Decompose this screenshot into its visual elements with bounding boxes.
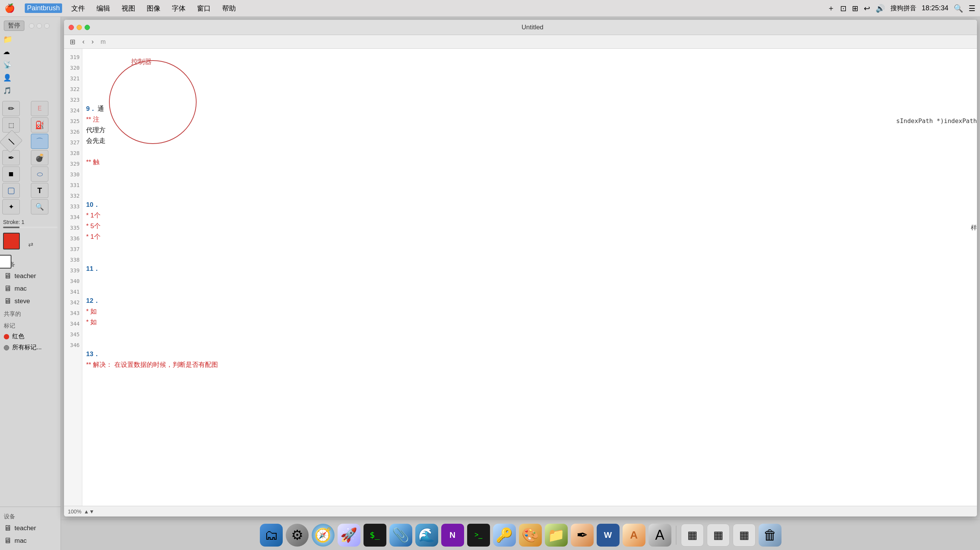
- cloud-icon[interactable]: ☁: [3, 48, 14, 58]
- sidebar: 暂停 📁 ☁ 📡 👤 🎵: [0, 17, 61, 550]
- dock-app11[interactable]: 🎨: [519, 524, 542, 547]
- bomb-tool[interactable]: 💣: [31, 150, 48, 165]
- toolbar-back-icon[interactable]: ‹: [80, 37, 86, 46]
- app15-icon: A: [630, 529, 637, 541]
- tag-red[interactable]: 红色: [0, 331, 61, 342]
- dock-app19[interactable]: ▦: [733, 524, 756, 547]
- window-area: Untitled ⊞ ‹ › m 319 320 321 322 323 324: [61, 17, 980, 550]
- sidebar-item-teacher[interactable]: 🖥 teacher: [0, 270, 61, 282]
- dock-app9[interactable]: >_: [467, 524, 490, 547]
- menubar-font[interactable]: 字体: [170, 3, 188, 14]
- window-close-btn[interactable]: [69, 25, 74, 30]
- window-minimize-btn[interactable]: [77, 25, 82, 30]
- menubar-edit[interactable]: 编辑: [94, 3, 112, 14]
- dock-sysprefs[interactable]: ⚙: [286, 524, 309, 547]
- dock-trash[interactable]: 🗑: [759, 524, 781, 547]
- pencil-tool[interactable]: ✏: [2, 101, 20, 116]
- text-tool[interactable]: T: [31, 183, 48, 198]
- dock-word[interactable]: W: [597, 524, 620, 547]
- bottom-monitor-icon-mac: 🖥: [4, 536, 11, 545]
- dock-terminal[interactable]: $_: [363, 524, 386, 547]
- rect-tool[interactable]: ■: [2, 166, 20, 182]
- traffic-lights: [29, 23, 50, 29]
- dock-launchpad[interactable]: 🚀: [338, 524, 360, 547]
- red-tag-label: 红色: [12, 333, 24, 341]
- dock-app10[interactable]: 🔑: [493, 524, 516, 547]
- window-title: Untitled: [93, 24, 972, 31]
- dock-app6[interactable]: 📎: [389, 524, 412, 547]
- line-337-num: 11．: [86, 264, 100, 274]
- dock-safari[interactable]: 🧭: [312, 524, 335, 547]
- sidebar-item-steve[interactable]: 🖥 steve: [0, 295, 61, 307]
- menubar-window[interactable]: 窗口: [195, 3, 213, 14]
- zoom-stepper[interactable]: ▲▼: [84, 508, 94, 515]
- dock-app17[interactable]: ▦: [681, 524, 704, 547]
- app17-icon: ▦: [687, 529, 697, 541]
- pause-button[interactable]: 暂停: [4, 21, 24, 31]
- menubar-file[interactable]: 文件: [69, 3, 87, 14]
- paintbrush-window: Untitled ⊞ ‹ › m 319 320 321 322 323 324: [64, 20, 977, 516]
- screen-icon[interactable]: ⊡: [840, 4, 847, 13]
- tl-close[interactable]: [29, 23, 34, 29]
- dock-app18[interactable]: ▦: [707, 524, 730, 547]
- toolbar-forward-icon[interactable]: ›: [90, 37, 96, 46]
- dock-app15[interactable]: A: [623, 524, 645, 547]
- menubar-help[interactable]: 帮助: [220, 3, 238, 14]
- personal-collect-icon[interactable]: 📁: [3, 35, 14, 45]
- line-numbers: 319 320 321 322 323 324 325 326 327 328 …: [64, 49, 82, 506]
- app6-icon: 📎: [392, 527, 409, 543]
- magnifier-tool[interactable]: 🔍: [31, 199, 48, 214]
- curve-tool[interactable]: ⌒: [31, 134, 48, 149]
- circle-label: 控制器: [131, 57, 152, 66]
- notification-icon[interactable]: ☰: [969, 4, 975, 13]
- background-color[interactable]: [0, 255, 11, 269]
- window-maximize-btn[interactable]: [85, 25, 90, 30]
- right-edge-code-text: sIndexPath *)indexPath: [896, 117, 977, 125]
- wifi-icon[interactable]: 📡: [3, 61, 14, 71]
- window-toolbar: ⊞ ‹ › m: [64, 35, 977, 49]
- eraser-tool[interactable]: E: [31, 101, 48, 116]
- music-icon[interactable]: 🎵: [3, 86, 14, 97]
- bottom-sidebar-item-mac[interactable]: 🖥 mac: [0, 534, 61, 547]
- dock-app13[interactable]: ✒: [571, 524, 594, 547]
- canvas-area[interactable]: 控制器 9． 通 ** 注: [82, 49, 977, 506]
- swap-colors-icon[interactable]: ⇄: [28, 241, 33, 248]
- zoom-bar: 100% ▲▼: [64, 506, 977, 516]
- bottom-monitor-icon-teacher: 🖥: [4, 524, 11, 532]
- search-icon[interactable]: 🔍: [954, 4, 963, 13]
- roundrect-tool[interactable]: ▢: [2, 183, 20, 198]
- volume-icon[interactable]: 🔊: [876, 4, 885, 13]
- dock-finder[interactable]: 🗂: [260, 524, 283, 547]
- input-method[interactable]: 搜狗拼音: [890, 4, 916, 13]
- add-icon[interactable]: ＋: [827, 3, 835, 13]
- app9-icon: >_: [474, 531, 482, 539]
- toolbar-grid-icon[interactable]: ⊞: [68, 37, 77, 47]
- person-icon[interactable]: 👤: [3, 74, 14, 84]
- fill-tool[interactable]: ⛽: [31, 117, 48, 133]
- mac-label: mac: [14, 285, 27, 293]
- grid-icon[interactable]: ⊞: [852, 4, 858, 13]
- zoom-level[interactable]: 100%: [68, 508, 82, 515]
- menubar-image[interactable]: 图像: [144, 3, 163, 14]
- dock-app16[interactable]: A: [649, 524, 671, 547]
- tl-min[interactable]: [37, 23, 42, 29]
- line-334-text: * 1个: [86, 232, 101, 242]
- pencil2-tool[interactable]: ✒: [2, 150, 20, 165]
- stroke-slider[interactable]: [3, 227, 58, 228]
- ellipse-tool[interactable]: ⬭: [31, 166, 48, 182]
- menubar-app-name[interactable]: Paintbrush: [25, 3, 62, 13]
- menubar-view[interactable]: 视图: [119, 3, 138, 14]
- dock-app7[interactable]: 🌊: [415, 524, 438, 547]
- sidebar-item-mac[interactable]: 🖥 mac: [0, 282, 61, 295]
- eyedropper-tool[interactable]: ✦: [2, 199, 20, 214]
- foreground-color[interactable]: [3, 233, 20, 249]
- bottom-sidebar-item-teacher[interactable]: 🖥 teacher: [0, 522, 61, 534]
- tag-all[interactable]: 所有标记...: [0, 342, 61, 353]
- dock-onenote[interactable]: N: [441, 524, 464, 547]
- dock-filezilla[interactable]: 📁: [545, 524, 568, 547]
- line-tool[interactable]: |: [0, 130, 22, 153]
- rewind-icon[interactable]: ↩: [864, 4, 870, 13]
- apple-menu[interactable]: 🍎: [5, 3, 15, 13]
- line-322-text: 通: [98, 104, 104, 114]
- tl-max[interactable]: [44, 23, 50, 29]
